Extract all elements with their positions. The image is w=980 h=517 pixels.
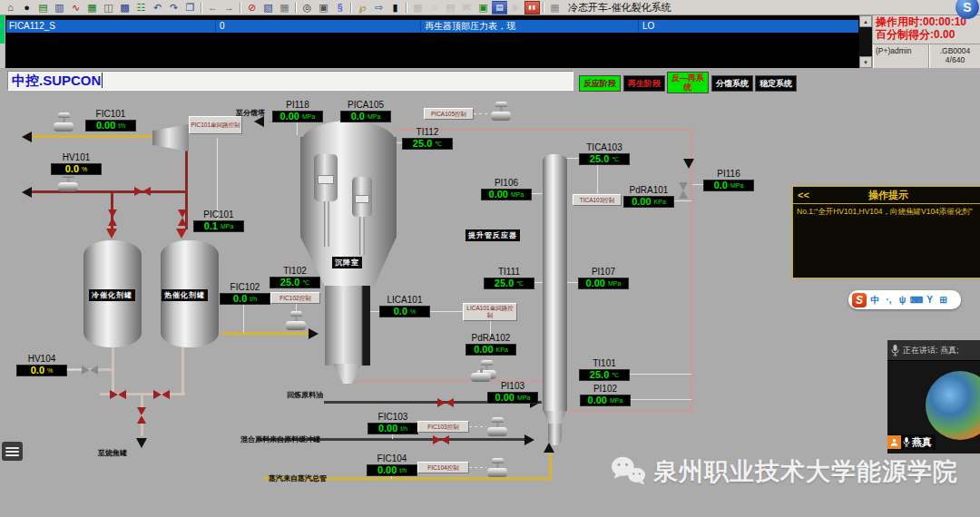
fic104-control-button[interactable]: FIC104控制 [417, 462, 469, 473]
recycle-oil-valve[interactable] [437, 398, 454, 407]
mixed-feed-valve[interactable] [433, 435, 449, 444]
instrument-ti101[interactable]: TI10125.0℃ [579, 359, 630, 381]
pica105-valve[interactable] [490, 102, 512, 121]
mic-icon[interactable]: ψ [897, 295, 908, 305]
fic103-control-button[interactable]: FIC103控制 [417, 421, 469, 433]
layout-grid-icon[interactable]: ▦ [547, 1, 563, 15]
undo-icon[interactable]: ↶ [150, 1, 165, 15]
instrument-hv104[interactable]: HV1040.0% [16, 355, 67, 376]
keyboard-icon[interactable]: ⌨ [910, 295, 922, 305]
faceplate-icon[interactable]: ▥ [52, 1, 67, 15]
scroll-up-icon[interactable]: ▲ [859, 15, 872, 27]
save-icon[interactable]: ▤ [492, 1, 507, 15]
coke-line-valve[interactable] [137, 407, 146, 424]
report-icon[interactable]: ▧ [260, 1, 276, 15]
tag-list-icon[interactable]: ▤ [35, 1, 51, 15]
instrument-hv101[interactable]: HV1010.0% [51, 153, 102, 175]
instrument-pi118[interactable]: PI1180.00MPa [272, 101, 323, 122]
topology-icon[interactable]: ☷ [133, 1, 149, 15]
export-icon[interactable]: ⇨ [371, 1, 387, 15]
instrument-ti102[interactable]: TI10225.0℃ [270, 267, 320, 288]
menu-icon[interactable]: ⊞ [937, 295, 949, 305]
tab-stabilizer-system[interactable]: 稳定系统 [755, 75, 797, 92]
cold-tank-inlet-valve[interactable] [108, 210, 117, 226]
tab-regen-stage[interactable]: 再生阶段 [623, 75, 665, 92]
calendar-icon[interactable]: ▦ [277, 1, 292, 15]
instrument-pi107[interactable]: PI1070.00MPa [578, 268, 629, 289]
instrument-pi106[interactable]: PI1060.00MPa [481, 179, 532, 200]
ime-toolbar[interactable]: S 中·,ψ⌨Y⊞ [848, 290, 961, 309]
settler-outlet-valve[interactable] [470, 368, 492, 382]
instrument-pdra102[interactable]: PdRA1020.00KPa [466, 334, 516, 356]
fic104-valve[interactable] [486, 458, 508, 477]
valve-list-icon[interactable]: ◫ [101, 1, 116, 15]
fic101-valve[interactable] [53, 112, 74, 132]
hv101-valve[interactable] [57, 172, 79, 191]
instrument-ti112[interactable]: TI11225.0℃ [402, 128, 453, 150]
instrument-pic101[interactable]: PIC1010.1MPa [193, 210, 244, 232]
tica103-control-button[interactable]: TICA103控制 [573, 194, 622, 206]
instrument-tica103[interactable]: TICA10325.0℃ [579, 143, 630, 165]
instrument-pi102[interactable]: PI1020.00MPa [580, 385, 631, 406]
back-icon[interactable]: ← [205, 1, 220, 15]
flowsheet-title-input[interactable]: 中控.SUPCON [7, 71, 573, 91]
pica105-control-button[interactable]: PICA105控制 [424, 108, 474, 120]
forward-icon[interactable]: → [221, 1, 237, 15]
monitor-icon[interactable]: ▦ [410, 1, 426, 15]
instrument-pdra101[interactable]: PdRA1010.00KPa [623, 186, 674, 208]
bar-group-icon[interactable]: ▩ [117, 1, 132, 15]
play-icon[interactable]: ► [508, 1, 524, 15]
mic-icon [891, 345, 899, 356]
skin-icon[interactable]: Y [924, 295, 936, 305]
punctuation-icon[interactable]: ·, [883, 295, 895, 305]
home-icon[interactable]: ⌂ [3, 1, 18, 15]
find-icon[interactable]: ◎ [299, 1, 315, 15]
print-icon[interactable]: ▣ [316, 1, 331, 15]
key-icon[interactable]: ℘ [355, 1, 370, 15]
tab-rx-regen-system[interactable]: 反—再系统 [667, 72, 709, 93]
instrument-lica101[interactable]: LICA1010.0% [379, 296, 430, 317]
sogou-logo-icon[interactable]: S [852, 293, 867, 307]
tank2-outlet-valve[interactable] [153, 390, 170, 399]
instrument-fic101[interactable]: FIC1010.00t/h [85, 110, 136, 132]
tab-reaction-stage[interactable]: 反应阶段 [579, 75, 621, 92]
instrument-ti111[interactable]: TI11125.0℃ [484, 268, 534, 289]
tab-fractionation-system[interactable]: 分馏系统 [711, 75, 753, 92]
instrument-fic103[interactable]: FIC1030.00t/h [368, 413, 418, 434]
instrument-fic102[interactable]: FIC1020.0t/h [220, 283, 270, 305]
pause-icon[interactable]: ▮▮ [524, 1, 540, 15]
book-icon[interactable]: ❐ [182, 1, 198, 15]
hv101-block-valve[interactable] [134, 187, 151, 196]
record-icon[interactable]: ▣ [475, 1, 491, 15]
collapse-icon[interactable]: << [793, 190, 814, 200]
pic101-control-button[interactable]: PIC101单回路控制 [189, 116, 242, 134]
panel-icon[interactable]: ▤ [443, 1, 458, 15]
redo-icon[interactable]: ↷ [166, 1, 181, 15]
hv104-valve[interactable] [82, 366, 98, 375]
scroll-down-icon[interactable]: ▼ [859, 56, 872, 68]
overhead-butterfly-valve[interactable] [679, 182, 688, 199]
alarm-bomb-icon[interactable]: ● [19, 1, 34, 15]
tank1-outlet-valve[interactable] [110, 390, 126, 399]
fic102-control-button[interactable]: FIC102控制 [270, 292, 320, 304]
fic102-valve[interactable] [285, 311, 307, 330]
mail-icon[interactable]: ✉ [459, 1, 475, 15]
alarm-scrollbar[interactable]: ▲ ▼ [859, 15, 872, 68]
bulb-icon[interactable]: ○ [426, 1, 442, 15]
instrument-pi116[interactable]: PI1160.0MPa [703, 170, 754, 191]
instrument-fic104[interactable]: FIC1040.00t/h [367, 454, 417, 476]
lica101-control-button[interactable]: LICA101单回路控制 [463, 303, 517, 321]
lang-indicator[interactable]: 中 [869, 294, 881, 307]
hot-tank-inlet-valve[interactable] [178, 210, 187, 226]
mute-horn-icon[interactable]: ⊘ [244, 1, 260, 15]
alarm-row[interactable]: FICA112_S 0 再生器顶部压力表，现 LO [6, 20, 858, 33]
supcon-logo-icon[interactable]: § [332, 1, 348, 15]
video-chat-panel[interactable]: 正在讲话: 燕真; 燕真 [887, 340, 980, 454]
display-icon[interactable]: ▮ [387, 1, 403, 15]
fic103-valve[interactable] [486, 417, 508, 436]
trend-icon[interactable]: ∿ [68, 1, 83, 15]
side-menu-icon[interactable] [2, 442, 23, 461]
instrument-pi103[interactable]: PI1030.00MPa [487, 382, 538, 404]
instrument-pica105[interactable]: PICA1050.0MPa [340, 101, 391, 122]
curve-group-icon[interactable]: ▦ [84, 1, 100, 15]
